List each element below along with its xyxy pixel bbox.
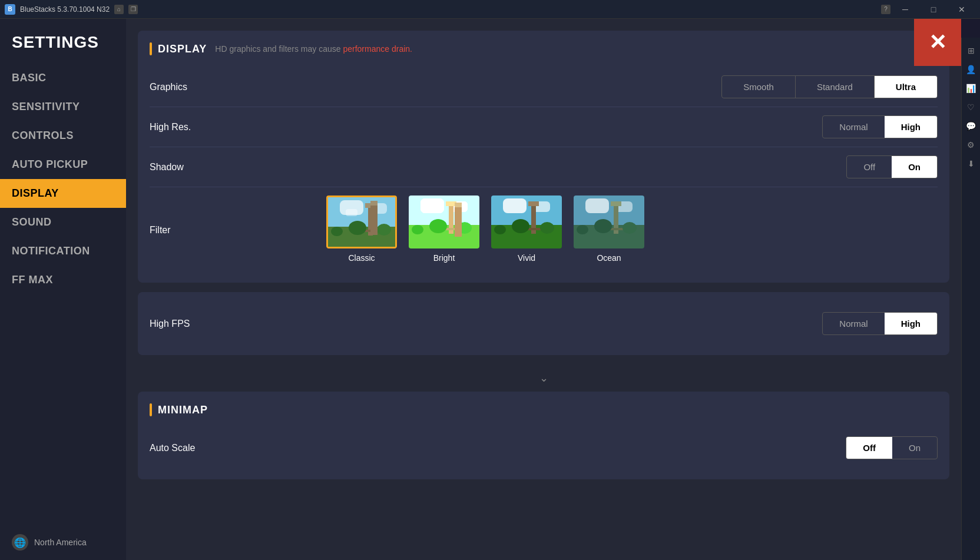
app-title: BlueStacks 5.3.70.1004 N32 [20,5,110,14]
svg-rect-4 [346,209,357,216]
left-sidebar: SETTINGS BASIC SENSITIVITY CONTROLS AUTO… [0,19,126,560]
filter-row: Filter [150,187,938,271]
help-icon[interactable]: ? [881,5,890,14]
svg-point-19 [458,222,472,234]
filter-vivid-thumb [491,195,562,248]
region-footer[interactable]: 🌐 North America [0,525,126,560]
filter-bright-preview [409,195,479,248]
high-res-row: High Res. Normal High [150,107,938,147]
window-close-button[interactable]: ✕ [948,0,975,19]
filter-ocean-preview [574,195,644,248]
auto-scale-off-btn[interactable]: Off [846,437,892,459]
shadow-toggle-group: Off On [846,155,938,178]
filter-options: Classic [208,195,938,263]
globe-icon: 🌐 [12,534,28,551]
auto-scale-on-btn[interactable]: On [892,437,937,459]
title-bar: B BlueStacks 5.3.70.1004 N32 ⌂ ❐ ? ─ □ ✕ [0,0,980,19]
svg-rect-21 [491,195,562,225]
title-bar-left: B BlueStacks 5.3.70.1004 N32 ⌂ ❐ [5,4,138,15]
bluestacks-logo: B [5,4,15,15]
performance-drain-text: performance drain. [343,44,412,54]
right-sidebar-download-icon[interactable]: ⬇ [963,155,979,172]
filter-classic[interactable]: Classic [326,195,397,263]
high-fps-normal-btn[interactable]: Normal [823,313,884,334]
main-area: SETTINGS BASIC SENSITIVITY CONTROLS AUTO… [0,19,980,560]
filter-classic-svg [328,197,397,248]
svg-rect-31 [574,195,644,225]
svg-point-8 [349,221,366,235]
svg-point-10 [331,227,343,236]
graphics-row: Graphics Smooth Standard Ultra [150,67,938,107]
section-bar-accent [150,42,152,55]
graphics-ultra-btn[interactable]: Ultra [875,76,937,98]
high-res-toggle-group: Normal High [822,115,938,138]
filter-ocean-label: Ocean [597,253,621,263]
svg-point-29 [540,222,554,234]
high-fps-section: High FPS Normal High [138,292,949,355]
filter-classic-label: Classic [348,253,375,263]
high-res-normal-btn[interactable]: Normal [823,116,884,138]
filter-ocean-thumb [574,195,644,248]
right-sidebar-chat-icon[interactable]: 💬 [963,118,979,134]
svg-rect-32 [585,198,609,213]
filter-vivid[interactable]: Vivid [491,195,562,263]
filter-ocean[interactable]: Ocean [574,195,644,263]
high-res-label: High Res. [150,122,191,132]
svg-point-40 [577,225,588,234]
sidebar-item-auto-pickup[interactable]: AUTO PICKUP [0,150,126,179]
minimap-section-title: MINIMAP [158,404,208,416]
filter-classic-thumb [326,195,397,248]
minimap-section-bar [150,403,152,416]
right-sidebar-grid-icon[interactable]: ⊞ [963,42,979,59]
svg-point-9 [377,224,391,236]
close-x-icon: ✕ [929,30,946,55]
sidebar-item-basic[interactable]: BASIC [0,64,126,92]
maximize-button[interactable]: □ [920,0,947,19]
scroll-down-indicator: ⌄ [138,365,949,392]
sidebar-item-ff-max[interactable]: FF MAX [0,266,126,294]
svg-point-28 [512,219,529,233]
display-section-subtitle: HD graphics and filters may cause perfor… [215,44,412,54]
auto-scale-toggle-group: Off On [846,436,938,459]
svg-rect-22 [503,198,527,213]
filter-bright[interactable]: Bright [409,195,479,263]
svg-point-20 [412,225,423,234]
high-fps-toggle-group: Normal High [822,312,938,335]
chevron-down-icon: ⌄ [539,372,548,385]
high-fps-row: High FPS Normal High [150,304,938,343]
svg-rect-6 [365,203,376,208]
sidebar-item-display[interactable]: DISPLAY [0,179,126,208]
graphics-standard-btn[interactable]: Standard [796,76,875,98]
home-icon[interactable]: ⌂ [114,5,124,14]
region-label: North America [34,538,87,547]
filter-vivid-preview [491,195,562,248]
right-sidebar-stats-icon[interactable]: 📊 [963,80,979,97]
right-sidebar: ⊞ 👤 📊 ♡ 💬 ⚙ ⬇ [961,38,980,560]
shadow-off-btn[interactable]: Off [847,156,892,178]
close-settings-button[interactable]: ✕ [914,19,961,66]
right-sidebar-settings-icon[interactable]: ⚙ [963,137,979,153]
filter-bright-label: Bright [433,253,455,263]
high-fps-high-btn[interactable]: High [885,313,937,334]
copy-icon[interactable]: ❐ [128,5,138,14]
sidebar-item-notification[interactable]: NOTIFICATION [0,237,126,266]
svg-rect-36 [611,201,621,206]
shadow-row: Shadow Off On [150,147,938,187]
svg-rect-12 [421,198,444,213]
minimap-section: MINIMAP Auto Scale Off On [138,392,949,479]
graphics-smooth-btn[interactable]: Smooth [722,76,796,98]
high-res-high-btn[interactable]: High [885,116,937,138]
display-section-title: DISPLAY [158,43,207,55]
right-sidebar-heart-icon[interactable]: ♡ [963,99,979,115]
svg-rect-26 [528,201,539,206]
auto-scale-label: Auto Scale [150,443,195,453]
sidebar-item-sound[interactable]: SOUND [0,208,126,237]
content-area: DISPLAY HD graphics and filters may caus… [126,19,961,560]
sidebar-item-sensitivity[interactable]: SENSITIVITY [0,92,126,121]
shadow-on-btn[interactable]: On [892,156,937,178]
sidebar-item-controls[interactable]: CONTROLS [0,121,126,150]
minimize-button[interactable]: ─ [892,0,919,19]
right-sidebar-user-icon[interactable]: 👤 [963,61,979,78]
svg-rect-16 [446,201,456,206]
filter-label: Filter [150,195,208,236]
